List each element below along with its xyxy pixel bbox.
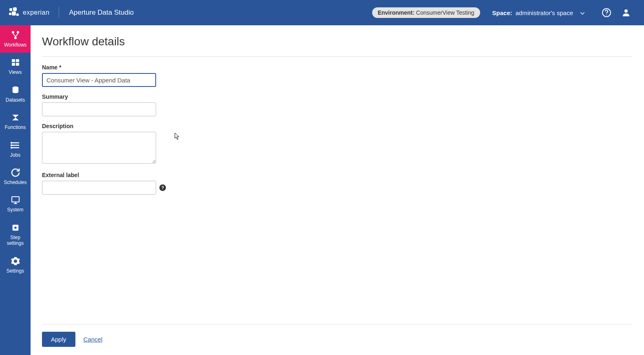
external-label-label: External label xyxy=(42,172,633,178)
environment-value: ConsumerView Testing xyxy=(416,9,474,16)
sidebar-item-label: Views xyxy=(9,69,22,75)
sidebar-item-label: Jobs xyxy=(10,152,20,158)
functions-icon xyxy=(11,113,20,122)
svg-point-17 xyxy=(11,145,12,146)
settings-icon xyxy=(11,256,20,266)
space-label: Space: xyxy=(492,9,512,16)
schedules-icon xyxy=(11,168,20,178)
sidebar-item-system[interactable]: System xyxy=(0,190,31,217)
svg-point-7 xyxy=(624,9,628,13)
header-divider xyxy=(59,7,59,18)
svg-rect-19 xyxy=(12,197,19,202)
sidebar-item-settings[interactable]: Settings xyxy=(0,251,31,279)
sidebar-item-label: Schedules xyxy=(4,180,26,185)
external-label-input[interactable] xyxy=(42,181,156,195)
svg-rect-3 xyxy=(9,13,11,15)
svg-rect-14 xyxy=(16,63,19,66)
summary-input[interactable] xyxy=(42,102,156,116)
logo-section: experian. xyxy=(8,7,51,18)
experian-logo-icon xyxy=(8,7,20,18)
main-content: Workflow details Name * Summary Descript… xyxy=(31,25,644,355)
sidebar-item-functions[interactable]: Functions xyxy=(0,108,31,135)
sidebar-item-datasets[interactable]: Datasets xyxy=(0,80,31,108)
logo-text: experian. xyxy=(23,9,51,16)
environment-label: Environment: xyxy=(378,9,415,16)
sidebar-item-label: System xyxy=(7,207,23,213)
description-group: Description xyxy=(42,123,633,165)
svg-rect-12 xyxy=(16,59,19,62)
svg-rect-0 xyxy=(9,8,12,11)
sidebar-item-schedules[interactable]: Schedules xyxy=(0,163,31,190)
svg-rect-11 xyxy=(12,59,15,62)
apply-button[interactable]: Apply xyxy=(42,332,75,347)
name-label: Name * xyxy=(42,64,633,71)
description-label: Description xyxy=(42,123,633,129)
svg-point-21 xyxy=(14,226,17,229)
help-tooltip-icon[interactable]: ? xyxy=(159,184,166,191)
sidebar-item-views[interactable]: Views xyxy=(0,53,31,80)
form-footer: Apply Cancel xyxy=(42,324,633,347)
datasets-icon xyxy=(11,85,20,95)
svg-point-9 xyxy=(17,31,19,33)
svg-rect-2 xyxy=(12,11,16,16)
svg-point-18 xyxy=(11,147,12,148)
summary-group: Summary xyxy=(42,93,633,116)
sidebar-item-label: Datasets xyxy=(6,97,25,103)
step-settings-icon xyxy=(11,223,20,233)
environment-badge[interactable]: Environment: ConsumerView Testing xyxy=(372,7,480,18)
svg-rect-13 xyxy=(12,63,15,66)
help-icon[interactable] xyxy=(602,8,611,18)
sidebar-item-label: Workflows xyxy=(4,42,26,48)
svg-point-10 xyxy=(14,37,17,39)
svg-rect-4 xyxy=(16,13,19,16)
svg-rect-1 xyxy=(13,7,17,11)
sidebar: Workflows Views Datasets Functions xyxy=(0,25,31,355)
sidebar-item-jobs[interactable]: Jobs xyxy=(0,135,31,163)
sidebar-item-label: Settings xyxy=(7,268,24,274)
external-label-group: External label ? xyxy=(42,172,633,195)
space-value: administrator's space xyxy=(516,9,573,16)
user-icon[interactable] xyxy=(621,8,631,18)
page-title: Workflow details xyxy=(42,35,633,48)
system-icon xyxy=(11,195,20,205)
views-icon xyxy=(11,58,20,67)
jobs-icon xyxy=(11,140,20,150)
summary-label: Summary xyxy=(42,93,633,100)
svg-point-8 xyxy=(12,31,14,33)
chevron-down-icon xyxy=(580,9,584,16)
sidebar-item-step-settings[interactable]: Step settings xyxy=(0,218,31,251)
description-textarea[interactable] xyxy=(42,132,156,164)
workflows-icon xyxy=(11,30,20,40)
sidebar-item-label: Functions xyxy=(4,124,26,130)
cancel-button[interactable]: Cancel xyxy=(84,336,103,343)
space-dropdown[interactable]: Space: administrator's space xyxy=(492,9,584,16)
name-input[interactable] xyxy=(42,73,156,87)
app-name: Aperture Data Studio xyxy=(69,9,134,17)
svg-point-16 xyxy=(11,142,12,143)
sidebar-item-label: Step settings xyxy=(2,235,29,246)
sidebar-item-workflows[interactable]: Workflows xyxy=(0,25,31,53)
workflow-form: Name * Summary Description External labe… xyxy=(42,64,633,324)
top-header: experian. Aperture Data Studio Environme… xyxy=(0,0,644,25)
name-group: Name * xyxy=(42,64,633,87)
title-divider xyxy=(42,56,633,57)
svg-point-6 xyxy=(606,15,607,16)
